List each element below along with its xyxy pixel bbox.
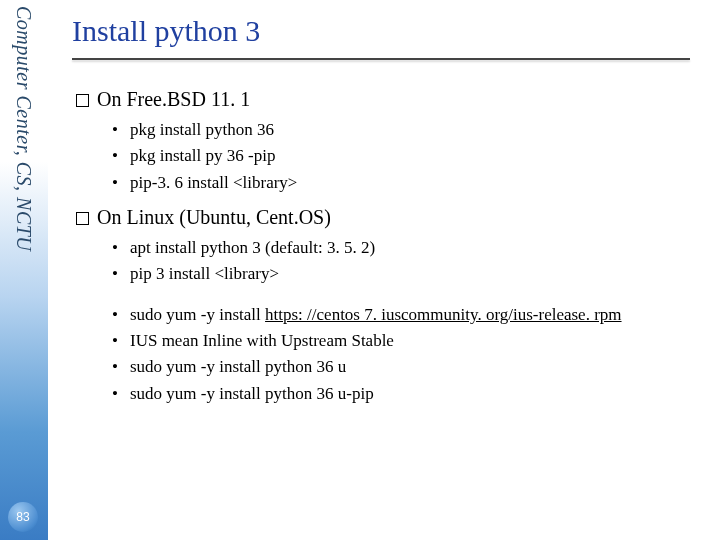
ius-release-link[interactable]: https: //centos 7. iuscommunity. org/ius… [265, 305, 621, 324]
content-area: Install python 3 On Free.BSD 11. 1 pkg i… [58, 0, 710, 540]
list-item: pkg install py 36 -pip [112, 143, 690, 169]
section-heading-linux: On Linux (Ubuntu, Cent.OS) [76, 206, 690, 229]
list-item: sudo yum -y install python 36 u [112, 354, 690, 380]
slide-title: Install python 3 [72, 14, 690, 48]
slide: Computer Center, CS, NCTU 83 Install pyt… [0, 0, 720, 540]
list-item: pip-3. 6 install <library> [112, 170, 690, 196]
title-underline [72, 58, 690, 60]
list-item: apt install python 3 (default: 3. 5. 2) [112, 235, 690, 261]
bullet-list-linux-a: apt install python 3 (default: 3. 5. 2) … [112, 235, 690, 288]
list-item: sudo yum -y install python 36 u-pip [112, 381, 690, 407]
page-number: 83 [16, 510, 29, 524]
sidebar-label: Computer Center, CS, NCTU [12, 6, 35, 251]
sidebar: Computer Center, CS, NCTU [0, 0, 48, 540]
page-number-badge: 83 [8, 502, 38, 532]
checkbox-icon [76, 94, 89, 107]
bullet-list-freebsd: pkg install python 36 pkg install py 36 … [112, 117, 690, 196]
list-item: IUS mean Inline with Upstream Stable [112, 328, 690, 354]
checkbox-icon [76, 212, 89, 225]
section-heading-text: On Linux (Ubuntu, Cent.OS) [97, 206, 331, 228]
section-heading-text: On Free.BSD 11. 1 [97, 88, 250, 110]
list-item: pkg install python 36 [112, 117, 690, 143]
list-item: sudo yum -y install https: //centos 7. i… [112, 302, 690, 328]
list-item-text: sudo yum -y install [130, 305, 265, 324]
list-item: pip 3 install <library> [112, 261, 690, 287]
section-heading-freebsd: On Free.BSD 11. 1 [76, 88, 690, 111]
bullet-list-linux-b: sudo yum -y install https: //centos 7. i… [112, 302, 690, 407]
